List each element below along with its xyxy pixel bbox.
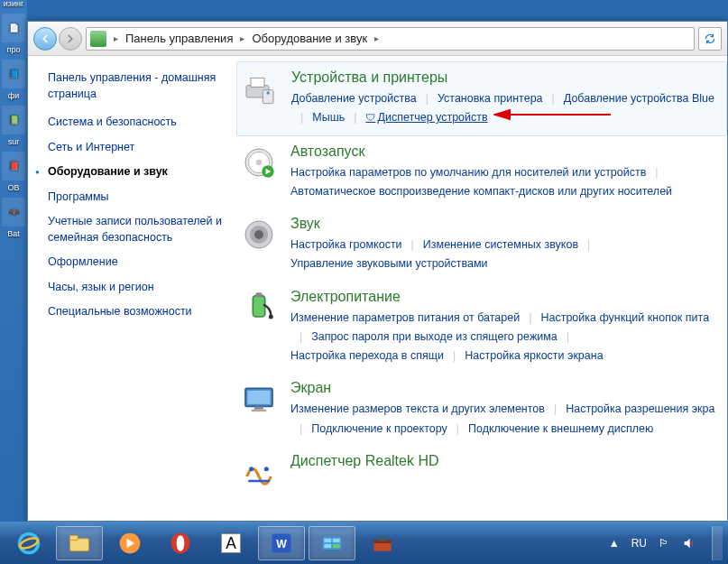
sidebar-item[interactable]: Оборудование и звук: [48, 164, 222, 180]
sidebar-item[interactable]: Сеть и Интернет: [48, 140, 222, 156]
system-tray: ▲ RU 🏳: [606, 526, 723, 560]
svg-text:A: A: [226, 534, 236, 552]
forward-button[interactable]: [59, 27, 82, 51]
nav-buttons: [33, 27, 82, 51]
svg-rect-15: [248, 391, 271, 404]
separator: |: [447, 420, 468, 439]
category-sublink[interactable]: Установка принтера: [438, 89, 543, 108]
desktop-icon[interactable]: 🦇: [2, 198, 25, 227]
separator: |: [291, 108, 312, 127]
desktop-icon[interactable]: 📕: [2, 152, 25, 180]
category-sublink[interactable]: Диспетчер устройств: [365, 108, 487, 127]
category-title[interactable]: Диспетчер Realtek HD: [290, 453, 723, 469]
back-button[interactable]: [33, 27, 57, 51]
category-title[interactable]: Устройства и принтеры: [291, 69, 723, 86]
taskbar-button[interactable]: [106, 526, 153, 560]
address-bar: ▸ Панель управления ▸ Оборудование и зву…: [28, 22, 727, 56]
sidebar: Панель управления - домашняя страница Си…: [28, 56, 231, 521]
window-body: Панель управления - домашняя страница Си…: [28, 56, 727, 521]
separator: |: [545, 400, 566, 419]
category-sublink[interactable]: Подключение к проектору: [311, 420, 447, 439]
breadcrumb-item[interactable]: Оборудование и звук: [248, 30, 371, 47]
separator: |: [345, 108, 365, 127]
sidebar-item[interactable]: Часы, язык и регион: [48, 280, 222, 296]
desktop-label: sur: [0, 138, 27, 146]
breadcrumb[interactable]: ▸ Панель управления ▸ Оборудование и зву…: [86, 27, 695, 51]
taskbar-button[interactable]: [359, 526, 406, 560]
category-title[interactable]: Электропитание: [290, 289, 723, 305]
chevron-right-icon[interactable]: ▸: [373, 33, 381, 43]
category-sublink[interactable]: Управление звуковыми устройствами: [290, 254, 488, 273]
category-sublink[interactable]: Настройка параметров по умолчанию для но…: [290, 163, 646, 182]
category-title[interactable]: Звук: [290, 216, 723, 232]
desktop-label: изинг: [0, 0, 27, 8]
svg-rect-1: [251, 78, 264, 87]
taskbar-button[interactable]: [309, 526, 355, 560]
category-sublink[interactable]: Настройка разрешения экра: [566, 400, 714, 419]
show-desktop-button[interactable]: [712, 526, 723, 560]
category-sublink[interactable]: Настройка громкости: [290, 236, 402, 254]
desktop-label: Bat: [0, 230, 27, 238]
category-sublink[interactable]: Мышь: [312, 108, 345, 127]
svg-point-6: [256, 159, 263, 165]
category-sublink[interactable]: Настройка функций кнопок пита: [540, 309, 709, 328]
svg-point-3: [267, 91, 270, 94]
separator: |: [402, 236, 423, 254]
sidebar-home-link[interactable]: Панель управления - домашняя страница: [48, 70, 222, 102]
separator: |: [417, 89, 438, 108]
taskbar-button[interactable]: W: [258, 526, 305, 560]
separator: |: [646, 163, 667, 182]
svg-rect-32: [324, 538, 331, 541]
taskbar-button[interactable]: A: [207, 526, 254, 560]
category-sublink[interactable]: Изменение размеров текста и других элеме…: [290, 400, 545, 419]
volume-icon[interactable]: [681, 535, 697, 551]
svg-rect-35: [333, 543, 340, 547]
svg-rect-11: [253, 295, 264, 316]
desktop-icon[interactable]: 📗: [2, 106, 25, 134]
sidebar-item[interactable]: Оформление: [48, 254, 222, 271]
category-sublink[interactable]: Настройка яркости экрана: [465, 347, 603, 365]
language-indicator[interactable]: RU: [631, 537, 647, 550]
category-row: ЗвукНастройка громкости|Изменение систем…: [236, 208, 727, 282]
sidebar-item[interactable]: Система и безопасность: [48, 115, 222, 131]
svg-point-10: [254, 230, 263, 239]
flag-icon[interactable]: 🏳: [656, 535, 672, 551]
desktop-icon[interactable]: 📘: [2, 60, 25, 88]
category-sublink[interactable]: Добавление устройства Blue: [564, 89, 714, 108]
power-icon: [240, 289, 278, 327]
breadcrumb-item[interactable]: Панель управления: [122, 30, 236, 47]
svg-point-26: [177, 535, 185, 551]
category-sublink[interactable]: Изменение параметров питания от батарей: [290, 309, 520, 328]
sidebar-item[interactable]: Учетные записи пользователей и семейная …: [48, 214, 222, 245]
category-row: ЭкранИзменение размеров текста и других …: [236, 373, 727, 446]
category-sublink[interactable]: Добавление устройства: [291, 89, 417, 108]
chevron-right-icon[interactable]: ▸: [238, 33, 246, 43]
chevron-right-icon[interactable]: ▸: [112, 33, 120, 43]
category-sublink[interactable]: Автоматическое воспроизведение компакт-д…: [290, 182, 672, 201]
sidebar-item[interactable]: Специальные возможности: [48, 304, 222, 320]
separator: |: [444, 347, 465, 365]
taskbar-button[interactable]: [157, 526, 204, 560]
desktop-icons-strip: изинг 📄 про 📘 фи 📗 sur 📕 ОВ 🦇 Bat: [0, 0, 27, 522]
separator: |: [558, 328, 578, 347]
refresh-button[interactable]: [698, 27, 722, 51]
category-sublink[interactable]: Изменение системных звуков: [423, 236, 578, 254]
category-sublink[interactable]: Настройка перехода в спящи: [290, 347, 444, 365]
svg-rect-33: [333, 538, 340, 541]
sidebar-item[interactable]: Программы: [48, 190, 222, 206]
category-sublink[interactable]: Подключение к внешнему дисплею: [468, 420, 653, 439]
annotation-arrow: [493, 108, 611, 121]
taskbar-button[interactable]: [5, 526, 52, 560]
separator: |: [543, 89, 564, 108]
svg-rect-23: [70, 535, 78, 540]
desktop-icon[interactable]: 📄: [2, 14, 25, 42]
svg-text:W: W: [276, 538, 287, 550]
taskbar-button[interactable]: [56, 526, 103, 560]
tray-up-icon[interactable]: ▲: [606, 535, 622, 551]
category-title[interactable]: Автозапуск: [290, 143, 723, 160]
svg-rect-12: [256, 292, 263, 297]
devices-printers-icon: [241, 69, 279, 107]
category-sublink[interactable]: Запрос пароля при выходе из спящего режи…: [311, 328, 558, 347]
desktop-label: про: [0, 46, 27, 54]
category-title[interactable]: Экран: [290, 380, 723, 396]
